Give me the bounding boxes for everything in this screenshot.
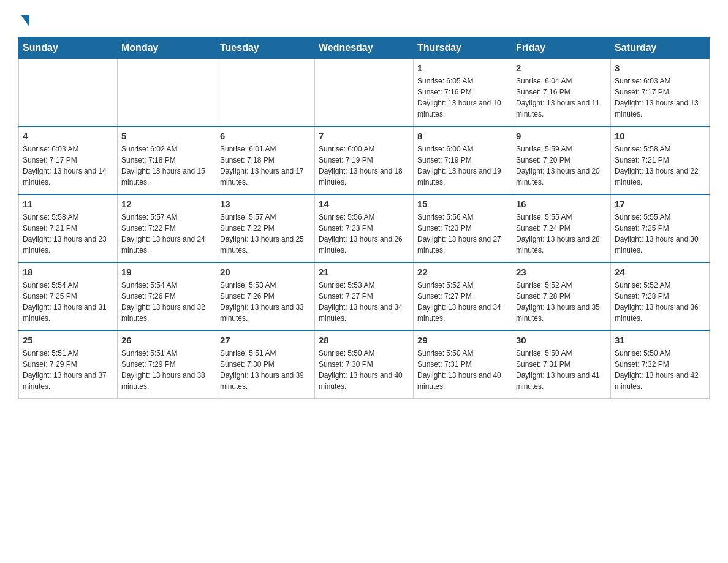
day-info: Sunrise: 6:02 AMSunset: 7:18 PMDaylight:…: [121, 144, 212, 188]
day-info: Sunrise: 5:50 AMSunset: 7:30 PMDaylight:…: [319, 348, 409, 392]
day-number: 14: [319, 199, 409, 209]
day-number: 20: [220, 267, 311, 277]
calendar-cell-2-3: 6Sunrise: 6:01 AMSunset: 7:18 PMDaylight…: [216, 126, 315, 194]
day-info: Sunrise: 5:51 AMSunset: 7:29 PMDaylight:…: [23, 348, 113, 392]
day-number: 8: [417, 131, 508, 141]
day-number: 26: [121, 335, 212, 345]
day-number: 23: [516, 267, 607, 277]
day-number: 30: [516, 335, 607, 345]
calendar-cell-2-1: 4Sunrise: 6:03 AMSunset: 7:17 PMDaylight…: [19, 126, 118, 194]
day-number: 18: [23, 267, 113, 277]
calendar-cell-2-6: 9Sunrise: 5:59 AMSunset: 7:20 PMDaylight…: [512, 126, 611, 194]
calendar-cell-4-7: 24Sunrise: 5:52 AMSunset: 7:28 PMDayligh…: [611, 262, 710, 331]
day-info: Sunrise: 6:05 AMSunset: 7:16 PMDaylight:…: [417, 75, 508, 120]
calendar-cell-5-4: 28Sunrise: 5:50 AMSunset: 7:30 PMDayligh…: [315, 331, 414, 399]
calendar-cell-4-6: 23Sunrise: 5:52 AMSunset: 7:28 PMDayligh…: [512, 262, 611, 331]
calendar-cell-1-6: 2Sunrise: 6:04 AMSunset: 7:16 PMDaylight…: [512, 59, 611, 127]
calendar-cell-1-5: 1Sunrise: 6:05 AMSunset: 7:16 PMDaylight…: [414, 59, 512, 127]
day-number: 29: [417, 335, 508, 345]
calendar-cell-4-1: 18Sunrise: 5:54 AMSunset: 7:25 PMDayligh…: [19, 262, 118, 331]
calendar-cell-2-7: 10Sunrise: 5:58 AMSunset: 7:21 PMDayligh…: [611, 126, 710, 194]
day-info: Sunrise: 5:55 AMSunset: 7:25 PMDaylight:…: [615, 212, 705, 256]
weekday-header-friday: Friday: [512, 37, 611, 59]
calendar-cell-4-5: 22Sunrise: 5:52 AMSunset: 7:27 PMDayligh…: [414, 262, 512, 331]
day-number: 11: [23, 199, 113, 209]
day-info: Sunrise: 6:01 AMSunset: 7:18 PMDaylight:…: [220, 144, 311, 188]
day-info: Sunrise: 5:56 AMSunset: 7:23 PMDaylight:…: [417, 212, 508, 256]
day-info: Sunrise: 5:57 AMSunset: 7:22 PMDaylight:…: [220, 212, 311, 256]
day-info: Sunrise: 5:53 AMSunset: 7:26 PMDaylight:…: [220, 280, 311, 324]
calendar-week-5: 25Sunrise: 5:51 AMSunset: 7:29 PMDayligh…: [19, 331, 710, 399]
calendar-cell-5-6: 30Sunrise: 5:50 AMSunset: 7:31 PMDayligh…: [512, 331, 611, 399]
day-info: Sunrise: 5:57 AMSunset: 7:22 PMDaylight:…: [121, 212, 212, 256]
calendar-cell-3-3: 13Sunrise: 5:57 AMSunset: 7:22 PMDayligh…: [216, 194, 315, 262]
day-info: Sunrise: 5:52 AMSunset: 7:27 PMDaylight:…: [417, 280, 508, 324]
day-info: Sunrise: 5:50 AMSunset: 7:31 PMDaylight:…: [516, 348, 607, 392]
day-info: Sunrise: 5:58 AMSunset: 7:21 PMDaylight:…: [23, 212, 113, 256]
calendar-cell-3-6: 16Sunrise: 5:55 AMSunset: 7:24 PMDayligh…: [512, 194, 611, 262]
calendar-cell-5-5: 29Sunrise: 5:50 AMSunset: 7:31 PMDayligh…: [414, 331, 512, 399]
day-number: 5: [121, 131, 212, 141]
calendar-cell-1-7: 3Sunrise: 6:03 AMSunset: 7:17 PMDaylight…: [611, 59, 710, 127]
day-number: 13: [220, 199, 311, 209]
weekday-header-saturday: Saturday: [611, 37, 710, 59]
day-info: Sunrise: 5:50 AMSunset: 7:32 PMDaylight:…: [615, 348, 705, 392]
calendar-table: SundayMondayTuesdayWednesdayThursdayFrid…: [18, 37, 710, 399]
day-number: 4: [23, 131, 113, 141]
logo: [18, 12, 29, 25]
day-info: Sunrise: 5:50 AMSunset: 7:31 PMDaylight:…: [417, 348, 508, 392]
calendar-week-1: 1Sunrise: 6:05 AMSunset: 7:16 PMDaylight…: [19, 59, 710, 127]
day-number: 6: [220, 131, 311, 141]
day-info: Sunrise: 6:03 AMSunset: 7:17 PMDaylight:…: [23, 144, 113, 188]
calendar-cell-5-7: 31Sunrise: 5:50 AMSunset: 7:32 PMDayligh…: [611, 331, 710, 399]
logo-triangle-icon: [21, 15, 29, 27]
calendar-cell-4-3: 20Sunrise: 5:53 AMSunset: 7:26 PMDayligh…: [216, 262, 315, 331]
weekday-header-sunday: Sunday: [19, 37, 118, 59]
day-info: Sunrise: 5:53 AMSunset: 7:27 PMDaylight:…: [319, 280, 409, 324]
day-number: 10: [615, 131, 705, 141]
day-number: 27: [220, 335, 311, 345]
calendar-cell-1-4: [315, 59, 414, 127]
calendar-cell-3-2: 12Sunrise: 5:57 AMSunset: 7:22 PMDayligh…: [118, 194, 216, 262]
weekday-header-monday: Monday: [118, 37, 216, 59]
calendar-cell-2-5: 8Sunrise: 6:00 AMSunset: 7:19 PMDaylight…: [414, 126, 512, 194]
day-number: 19: [121, 267, 212, 277]
day-number: 22: [417, 267, 508, 277]
day-number: 1: [417, 63, 508, 73]
day-number: 15: [417, 199, 508, 209]
calendar-cell-5-2: 26Sunrise: 5:51 AMSunset: 7:29 PMDayligh…: [118, 331, 216, 399]
calendar-cell-3-4: 14Sunrise: 5:56 AMSunset: 7:23 PMDayligh…: [315, 194, 414, 262]
day-number: 31: [615, 335, 705, 345]
day-info: Sunrise: 5:54 AMSunset: 7:26 PMDaylight:…: [121, 280, 212, 324]
day-info: Sunrise: 5:58 AMSunset: 7:21 PMDaylight:…: [615, 144, 705, 188]
calendar-cell-3-1: 11Sunrise: 5:58 AMSunset: 7:21 PMDayligh…: [19, 194, 118, 262]
day-info: Sunrise: 5:54 AMSunset: 7:25 PMDaylight:…: [23, 280, 113, 324]
day-number: 28: [319, 335, 409, 345]
day-number: 25: [23, 335, 113, 345]
day-info: Sunrise: 6:00 AMSunset: 7:19 PMDaylight:…: [319, 144, 409, 188]
day-number: 7: [319, 131, 409, 141]
calendar-week-4: 18Sunrise: 5:54 AMSunset: 7:25 PMDayligh…: [19, 262, 710, 331]
weekday-header-row: SundayMondayTuesdayWednesdayThursdayFrid…: [19, 37, 710, 59]
calendar-cell-4-4: 21Sunrise: 5:53 AMSunset: 7:27 PMDayligh…: [315, 262, 414, 331]
day-info: Sunrise: 5:51 AMSunset: 7:30 PMDaylight:…: [220, 348, 311, 392]
day-number: 9: [516, 131, 607, 141]
calendar-cell-5-3: 27Sunrise: 5:51 AMSunset: 7:30 PMDayligh…: [216, 331, 315, 399]
page-header: [18, 12, 710, 25]
calendar-cell-2-2: 5Sunrise: 6:02 AMSunset: 7:18 PMDaylight…: [118, 126, 216, 194]
day-info: Sunrise: 6:04 AMSunset: 7:16 PMDaylight:…: [516, 75, 607, 120]
day-info: Sunrise: 5:56 AMSunset: 7:23 PMDaylight:…: [319, 212, 409, 256]
calendar-week-3: 11Sunrise: 5:58 AMSunset: 7:21 PMDayligh…: [19, 194, 710, 262]
day-info: Sunrise: 5:55 AMSunset: 7:24 PMDaylight:…: [516, 212, 607, 256]
weekday-header-thursday: Thursday: [414, 37, 512, 59]
calendar-week-2: 4Sunrise: 6:03 AMSunset: 7:17 PMDaylight…: [19, 126, 710, 194]
day-info: Sunrise: 5:52 AMSunset: 7:28 PMDaylight:…: [615, 280, 705, 324]
calendar-cell-5-1: 25Sunrise: 5:51 AMSunset: 7:29 PMDayligh…: [19, 331, 118, 399]
day-info: Sunrise: 5:52 AMSunset: 7:28 PMDaylight:…: [516, 280, 607, 324]
day-number: 24: [615, 267, 705, 277]
day-number: 21: [319, 267, 409, 277]
day-number: 17: [615, 199, 705, 209]
day-info: Sunrise: 6:03 AMSunset: 7:17 PMDaylight:…: [615, 75, 705, 120]
calendar-cell-1-3: [216, 59, 315, 127]
day-info: Sunrise: 5:51 AMSunset: 7:29 PMDaylight:…: [121, 348, 212, 392]
